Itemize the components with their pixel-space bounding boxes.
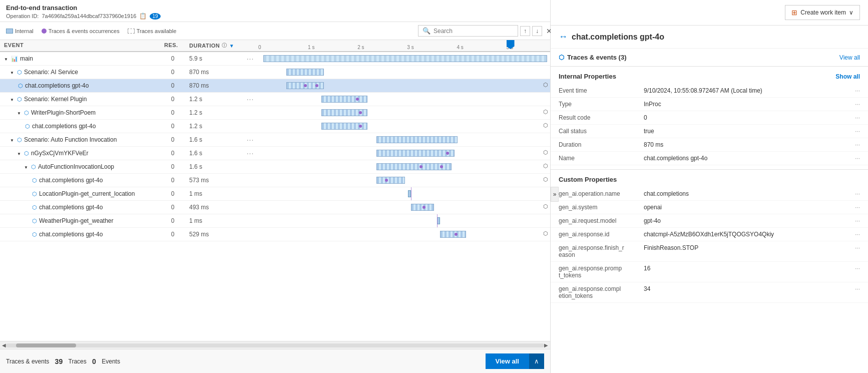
expand-main[interactable] (4, 55, 8, 62)
prop-more-response-id[interactable]: ··· (851, 231, 860, 238)
collapse-icon: » (553, 191, 557, 198)
timeline-location (260, 187, 550, 200)
legend-traces-available: Traces available (128, 28, 177, 34)
right-title: chat.completions gpt-4o (572, 33, 664, 42)
scroll-left-btn[interactable]: ◀ (2, 342, 6, 348)
prop-more-completion-tokens[interactable]: ··· (851, 285, 860, 292)
duration-chat5: 529 ms (185, 230, 240, 239)
more-btn-main[interactable]: ··· (247, 55, 254, 63)
more-auto: ··· (240, 135, 260, 145)
expand-writer[interactable] (17, 109, 21, 116)
more-btn-ngysxc[interactable]: ··· (247, 149, 254, 157)
trace-icon-chat3: ⬡ (543, 176, 548, 183)
search-down-btn[interactable]: ↓ (532, 26, 542, 36)
more-chat5 (240, 233, 260, 235)
duration-chat2: 1.2 s (185, 122, 240, 131)
table-content: 📊 main 0 5.9 s ··· ⬡ Scenario: AI Servi (0, 52, 550, 341)
prop-more-finish-reason[interactable]: ··· (851, 244, 860, 251)
res-writer: 0 (160, 108, 185, 117)
table-row: 📊 main 0 5.9 s ··· (0, 52, 550, 66)
more-chat2 (240, 125, 260, 127)
more-chat3 (240, 179, 260, 181)
prop-system: gen_ai.system openai ··· (551, 201, 868, 214)
view-all-link[interactable]: View all (839, 54, 860, 61)
prop-key-request-model: gen_ai.request.model (559, 217, 644, 224)
event-name-chat4: chat.completions gpt-4o (39, 204, 103, 211)
view-all-button[interactable]: View all (486, 353, 529, 369)
traces-unit: Traces (69, 358, 87, 365)
divider1 (551, 66, 868, 67)
duration-location: 1 ms (185, 189, 240, 198)
expand-auto[interactable] (10, 136, 14, 143)
duration-info-icon[interactable]: ⓘ (222, 42, 227, 49)
prop-more-duration[interactable]: ··· (851, 141, 860, 148)
prop-name: Name chat.completions gpt-4o ··· (551, 152, 868, 165)
expand-ngysxc[interactable] (17, 150, 21, 157)
timeline-header: 0 1 s 2 s 3 s 4 s 5 s (258, 40, 550, 51)
table-row: ⬡ chat.completions gpt-4o 0 493 ms ⬡ (0, 201, 550, 214)
table-row: ⬡ chat.completions gpt-4o 0 573 ms ⬡ (0, 174, 550, 187)
icon-chat1: ⬡ (18, 83, 23, 89)
panel-collapse-btn[interactable]: » (551, 187, 559, 202)
traces-section-label: Traces & events (3) (567, 54, 627, 61)
horizontal-scrollbar[interactable]: ◀ ▶ (0, 341, 550, 349)
expand-autoloop[interactable] (24, 163, 28, 170)
view-all-chevron-btn[interactable]: ∧ (529, 353, 544, 369)
duration-main: 5.9 s (185, 54, 240, 63)
event-cell-auto: ⬡ Scenario: Auto Function Invocation (0, 135, 160, 144)
search-input[interactable] (433, 28, 504, 35)
prop-more-op-name[interactable]: ··· (851, 190, 860, 197)
search-up-btn[interactable]: ↑ (520, 26, 530, 36)
custom-properties-section: gen_ai.operation.name chat.completions ·… (551, 185, 868, 305)
icon-location: ⬡ (32, 191, 37, 197)
divider2 (551, 169, 868, 170)
search-box[interactable]: 🔍 (418, 25, 518, 37)
legend-available-label: Traces available (137, 28, 177, 34)
event-cell-weather: ⬡ WeatherPlugin-get_weather (0, 216, 160, 225)
prop-more-event-time[interactable]: ··· (851, 87, 860, 94)
prop-key-completion-tokens: gen_ai.response.compl etion_tokens (559, 285, 644, 299)
scroll-thumb[interactable] (16, 343, 76, 347)
col-duration: DURATION ⓘ ▼ (185, 40, 240, 51)
prop-more-result-code[interactable]: ··· (851, 114, 860, 121)
col-event: EVENT (0, 40, 160, 51)
event-cell-ngysxc: ⬡ nGySxCjVmYKFVeEr (0, 149, 160, 158)
traces-section-title: ⬡ Traces & events (3) (559, 54, 627, 61)
table-row: ⬡ chat.completions gpt-4o 0 529 ms ⬡ (0, 228, 550, 241)
duration-filter-icon[interactable]: ▼ (229, 43, 234, 49)
bar-ngysxc (376, 150, 455, 157)
legend-internal: Internal (6, 28, 34, 34)
duration-ngysxc: 1.6 s (185, 149, 240, 158)
prop-more-request-model[interactable]: ··· (851, 217, 860, 224)
prop-more-type[interactable]: ··· (851, 101, 860, 108)
prop-more-system[interactable]: ··· (851, 204, 860, 211)
prop-completion-tokens: gen_ai.response.compl etion_tokens 34 ··… (551, 282, 868, 303)
table-row: ⬡ AutoFunctionInvocationLoop 0 1.6 s ⬡ (0, 160, 550, 174)
icon-kernel: ⬡ (17, 96, 22, 103)
internal-props-title: Internal Properties (559, 73, 616, 80)
more-btn-auto[interactable]: ··· (247, 136, 254, 144)
prop-more-name[interactable]: ··· (851, 155, 860, 162)
scroll-track[interactable] (6, 343, 544, 347)
copy-number-badge: 19 (150, 13, 160, 20)
copy-icon[interactable]: 📋 (139, 13, 147, 20)
more-chat4 (240, 206, 260, 208)
show-all-link[interactable]: Show all (835, 73, 860, 80)
prop-more-prompt-tokens[interactable]: ··· (851, 265, 860, 272)
scroll-right-btn[interactable]: ▶ (544, 342, 548, 348)
prop-finish-reason: gen_ai.response.finish_r eason FinishRea… (551, 241, 868, 262)
res-chat3: 0 (160, 176, 185, 185)
dot-chat5 (455, 233, 458, 236)
custom-props-header: Custom Properties (551, 172, 868, 185)
dot-writer (359, 111, 362, 114)
expand-kernel[interactable] (10, 96, 14, 103)
icon-ai-service: ⬡ (17, 69, 22, 76)
operation-id-value: 7a4696fa259a144dbcaf7337960e1916 (42, 13, 136, 19)
event-cell-main: 📊 main (0, 54, 160, 63)
prop-more-call-status[interactable]: ··· (851, 128, 860, 135)
create-work-item-button[interactable]: ⊞ Create work item ∨ (785, 5, 860, 20)
duration-kernel: 1.2 s (185, 95, 240, 104)
expand-ai-service[interactable] (10, 69, 14, 76)
more-btn-kernel[interactable]: ··· (247, 95, 254, 103)
icon-autoloop: ⬡ (31, 164, 36, 170)
